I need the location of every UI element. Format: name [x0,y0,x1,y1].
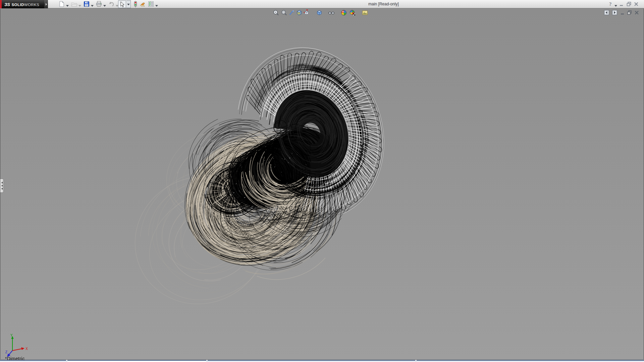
caret-down-icon[interactable] [103,3,107,6]
caret-down-icon[interactable] [90,3,94,6]
svg-text:?: ? [609,1,612,7]
close-icon[interactable] [633,1,639,7]
close-icon[interactable] [634,10,640,15]
taskbar-segment [67,360,206,362]
taskbar-segment [0,360,66,362]
print-icon[interactable] [96,1,102,7]
model-canvas[interactable] [0,9,644,359]
solidworks-logo: ЗS SOLIDWORKS [0,0,48,8]
caret-down-icon[interactable] [155,3,159,6]
brand-expand-arrow-icon[interactable] [44,0,48,8]
save-icon[interactable] [83,1,90,7]
undo-icon[interactable] [108,1,115,7]
viewport: Y X Z *Dimetric [0,9,644,359]
brand-text: ЗS SOLIDWORKS [4,1,39,7]
caret-down-icon[interactable] [65,3,69,6]
taskbar-segment [208,360,415,362]
open-icon[interactable] [71,1,77,7]
window-title: main [Read-only] [368,2,399,6]
checklist-icon[interactable] [148,1,154,7]
arrow-right-box-icon[interactable] [612,10,618,15]
restore-icon[interactable] [626,1,632,7]
brand-red-stripe [0,0,2,8]
caret-down-icon[interactable] [614,3,618,9]
stamp-icon[interactable] [140,1,146,7]
select-cursor-icon[interactable] [118,0,126,8]
minimize-icon[interactable] [620,10,626,15]
taskbar-edge [0,360,644,362]
restore-icon[interactable] [627,10,632,15]
triad-z-label: Z [5,350,7,354]
panel-splitter-tab[interactable] [0,179,4,193]
document-window-buttons [0,10,644,16]
title-bar: ЗS SOLIDWORKS main [Read-only] ? [0,0,644,8]
minimize-icon[interactable] [619,1,625,7]
help-icon[interactable]: ? [608,1,614,7]
new-document-icon[interactable] [58,1,65,7]
dropdown-caret-icon[interactable] [126,0,131,8]
arrow-left-box-icon[interactable] [604,10,609,15]
triad-x-label: X [25,347,28,351]
traffic-light-icon[interactable] [132,1,139,7]
taskbar-segment [417,360,644,362]
caret-down-icon[interactable] [78,3,82,6]
